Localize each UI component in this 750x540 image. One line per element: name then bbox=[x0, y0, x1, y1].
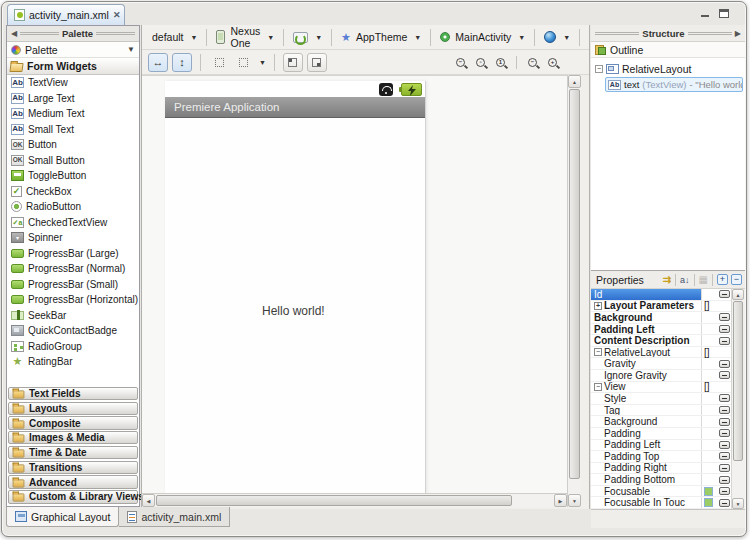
expand-all-icon[interactable]: + bbox=[717, 274, 728, 285]
show-margins-button[interactable] bbox=[233, 53, 253, 72]
property-value[interactable] bbox=[701, 451, 717, 462]
property-row[interactable]: Padding Bottom bbox=[591, 474, 731, 486]
property-value[interactable] bbox=[701, 324, 717, 335]
property-row[interactable]: Gravity bbox=[591, 358, 731, 370]
properties-scrollbar[interactable]: ▲ ▼ bbox=[732, 289, 745, 509]
property-value[interactable] bbox=[701, 393, 717, 404]
property-reset-button[interactable] bbox=[719, 487, 730, 495]
snap-to-grid-button[interactable] bbox=[209, 53, 229, 72]
property-value[interactable] bbox=[701, 312, 717, 323]
editor-tab-activity-main[interactable]: activity_main.xml ✕ bbox=[7, 4, 125, 25]
property-value[interactable] bbox=[701, 428, 717, 439]
palette-item[interactable]: Ab Small Text bbox=[7, 122, 139, 138]
zoom-out-fit-icon[interactable]: − bbox=[452, 54, 469, 71]
tree-node-textview-selected[interactable]: Ab text (TextView) - "Hello world!" bbox=[605, 77, 743, 92]
layout-canvas[interactable]: Premiere Application Hello world! bbox=[142, 75, 567, 493]
property-row[interactable]: Background bbox=[591, 312, 731, 324]
property-row[interactable]: Focusable bbox=[591, 486, 731, 498]
locale-globe-icon[interactable] bbox=[544, 31, 556, 43]
palette-category[interactable]: Layouts bbox=[8, 402, 138, 415]
property-reset-button[interactable] bbox=[719, 360, 730, 368]
property-row[interactable]: −RelativeLayout [] bbox=[591, 347, 731, 359]
zoom-fit-page-icon[interactable]: ▫ bbox=[472, 54, 489, 71]
property-reset-button[interactable] bbox=[719, 441, 730, 449]
tab-graphical-layout[interactable]: Graphical Layout bbox=[6, 507, 119, 527]
orientation-icon[interactable] bbox=[293, 32, 308, 43]
property-value[interactable] bbox=[701, 486, 717, 497]
palette-item[interactable]: RadioGroup bbox=[7, 339, 139, 355]
palette-item[interactable]: ProgressBar (Horizontal) bbox=[7, 292, 139, 308]
zoom-in-icon[interactable]: + bbox=[544, 54, 561, 71]
property-row[interactable]: Focusable In Touc bbox=[591, 497, 731, 509]
property-row[interactable]: Background bbox=[591, 416, 731, 428]
palette-category[interactable]: Custom & Library Views bbox=[8, 490, 138, 503]
scroll-down-icon[interactable]: ▼ bbox=[732, 498, 744, 509]
zoom-out-icon[interactable]: − bbox=[524, 54, 541, 71]
scroll-up-icon[interactable]: ▲ bbox=[732, 289, 744, 300]
zoom-100-icon[interactable]: 1 bbox=[492, 54, 509, 71]
tree-node-relativelayout[interactable]: − RelativeLayout bbox=[591, 61, 745, 76]
scroll-up-icon[interactable]: ▲ bbox=[568, 75, 581, 88]
palette-category[interactable]: Text Fields bbox=[8, 387, 138, 400]
chevron-down-icon[interactable]: ▼ bbox=[191, 34, 198, 41]
vertical-scroll-thumb[interactable] bbox=[569, 89, 580, 479]
property-reset-button[interactable] bbox=[719, 418, 730, 426]
property-reset-button[interactable] bbox=[719, 371, 730, 379]
palette-item[interactable]: ProgressBar (Large) bbox=[7, 246, 139, 262]
theme-select[interactable]: AppTheme bbox=[356, 31, 407, 43]
property-reset-button[interactable] bbox=[719, 429, 730, 437]
collapse-left-icon[interactable]: ◀ bbox=[11, 29, 17, 38]
device-screen-preview[interactable]: Premiere Application Hello world! bbox=[165, 81, 426, 494]
fill-width-button[interactable]: ↔ bbox=[148, 53, 168, 72]
property-value[interactable]: [] bbox=[701, 382, 717, 393]
wrap-content-height-button[interactable] bbox=[307, 53, 327, 72]
property-row[interactable]: Padding Left bbox=[591, 324, 731, 336]
property-value[interactable]: [] bbox=[701, 301, 717, 312]
palette-item[interactable]: Ab Medium Text bbox=[7, 106, 139, 122]
palette-category[interactable]: Time & Date bbox=[8, 446, 138, 459]
chevron-down-icon[interactable]: ▼ bbox=[414, 34, 421, 41]
palette-item[interactable]: OK Button bbox=[7, 137, 139, 153]
property-reset-button[interactable] bbox=[719, 464, 730, 472]
property-value[interactable] bbox=[701, 405, 717, 416]
canvas-vertical-scrollbar[interactable]: ▲ ▼ bbox=[567, 75, 581, 507]
horizontal-scroll-thumb[interactable] bbox=[156, 495, 512, 506]
collapse-node-icon[interactable]: − bbox=[595, 65, 603, 73]
maximize-view-icon[interactable] bbox=[717, 7, 730, 18]
green-checkbox[interactable] bbox=[704, 498, 713, 507]
sort-alphabetically-icon[interactable]: a↓ bbox=[680, 275, 690, 285]
view-menu-icon[interactable]: ▶ bbox=[735, 29, 741, 38]
property-row[interactable]: +Layout Parameters [] bbox=[591, 301, 731, 313]
scroll-left-icon[interactable]: ◀ bbox=[142, 494, 155, 507]
property-reset-button[interactable] bbox=[719, 337, 730, 345]
property-value[interactable] bbox=[701, 416, 717, 427]
property-row[interactable]: −View [] bbox=[591, 382, 731, 394]
chevron-down-icon[interactable]: ▼ bbox=[315, 34, 322, 41]
scroll-right-icon[interactable]: ▶ bbox=[554, 494, 567, 507]
activity-select[interactable]: MainActivity bbox=[455, 31, 511, 43]
close-icon[interactable]: ✕ bbox=[113, 10, 121, 20]
property-value[interactable] bbox=[701, 497, 717, 508]
palette-item[interactable]: ▾ Spinner bbox=[7, 230, 139, 246]
palette-item[interactable]: SeekBar bbox=[7, 308, 139, 324]
property-value[interactable] bbox=[701, 474, 717, 485]
property-reset-button[interactable] bbox=[719, 394, 730, 402]
property-row[interactable]: Ignore Gravity bbox=[591, 370, 731, 382]
palette-item[interactable]: ToggleButton bbox=[7, 168, 139, 184]
hello-world-textview[interactable]: Hello world! bbox=[262, 304, 325, 318]
property-value[interactable] bbox=[701, 370, 717, 381]
property-reset-button[interactable] bbox=[719, 313, 730, 321]
palette-item[interactable]: ✓ CheckBox bbox=[7, 184, 139, 200]
palette-category[interactable]: Advanced bbox=[8, 475, 138, 488]
property-reset-button[interactable] bbox=[719, 452, 730, 460]
property-value[interactable] bbox=[701, 335, 717, 346]
properties-scroll-thumb[interactable] bbox=[733, 301, 743, 461]
property-row[interactable]: Padding Right bbox=[591, 463, 731, 475]
canvas-horizontal-scrollbar[interactable]: ◀ ▶ bbox=[142, 493, 567, 507]
tab-activity-main-xml[interactable]: activity_main.xml bbox=[119, 507, 230, 527]
property-row[interactable]: Style bbox=[591, 393, 731, 405]
property-row[interactable]: Padding Left bbox=[591, 440, 731, 452]
palette-category[interactable]: Images & Media bbox=[8, 431, 138, 444]
configuration-select[interactable]: default bbox=[152, 31, 184, 43]
property-row[interactable]: Padding Top bbox=[591, 451, 731, 463]
